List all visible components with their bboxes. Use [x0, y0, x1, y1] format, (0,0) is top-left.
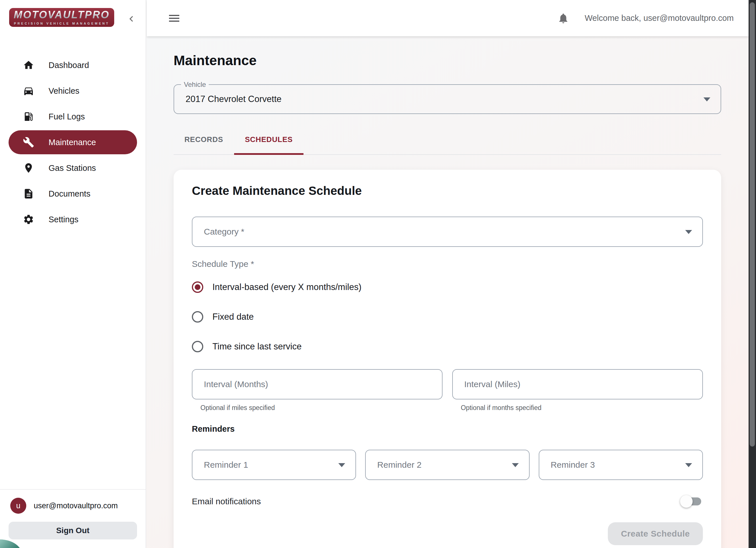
interval-row: Optional if miles specified Optional if …	[192, 369, 703, 412]
interval-miles-input[interactable]	[452, 369, 703, 400]
submit-row: Create Schedule	[192, 522, 703, 545]
home-icon	[23, 59, 34, 71]
sidebar-item-label: Dashboard	[49, 61, 89, 70]
radio-unselected-icon	[192, 341, 203, 352]
email-notifications-toggle[interactable]	[680, 492, 703, 511]
fuel-pump-icon	[23, 111, 34, 122]
sidebar-item-label: Documents	[49, 189, 91, 198]
vehicle-select[interactable]: Vehicle 2017 Chevrolet Corvette	[174, 84, 721, 114]
category-select-label: Category *	[204, 227, 244, 236]
tab-records[interactable]: RECORDS	[174, 125, 234, 155]
radio-interval-based[interactable]: Interval-based (every X months/miles)	[192, 277, 703, 297]
interval-miles-helper: Optional if months specified	[461, 404, 703, 412]
interval-months-helper: Optional if miles specified	[200, 404, 443, 412]
reminder-2-select[interactable]: Reminder 2	[365, 450, 529, 480]
scrollbar-track	[749, 0, 756, 548]
wrench-icon	[23, 136, 34, 148]
toggle-thumb	[680, 495, 693, 508]
document-icon	[23, 188, 34, 199]
email-notifications-row: Email notifications	[192, 491, 703, 511]
sidebar-item-label: Vehicles	[49, 86, 79, 96]
welcome-text: Welcome back, user@motovaultpro.com	[585, 13, 734, 23]
sidebar-collapse-button[interactable]	[126, 13, 137, 25]
chevron-down-icon	[703, 97, 710, 101]
logo-title: MOTOVAULTPRO	[14, 10, 110, 20]
header-right: Welcome back, user@motovaultpro.com	[557, 12, 734, 24]
radio-unselected-icon	[192, 311, 203, 323]
schedule-type-label: Schedule Type *	[192, 259, 703, 269]
logo-row: MOTOVAULTPRO PRECISION VEHICLE MANAGEMEN…	[0, 0, 146, 27]
card-title: Create Maintenance Schedule	[192, 183, 703, 198]
create-schedule-card: Create Maintenance Schedule Category * S…	[174, 170, 721, 548]
main-content: Maintenance Vehicle 2017 Chevrolet Corve…	[146, 36, 749, 548]
reminder-1-label: Reminder 1	[204, 460, 248, 470]
user-row: u user@motovaultpro.com	[9, 498, 137, 514]
reminders-label: Reminders	[192, 424, 703, 434]
page-title: Maintenance	[174, 53, 721, 68]
sidebar-item-maintenance[interactable]: Maintenance	[9, 130, 137, 154]
hamburger-menu-button[interactable]	[167, 11, 181, 25]
sidebar-item-label: Settings	[49, 215, 79, 224]
avatar: u	[10, 498, 26, 514]
category-select[interactable]: Category *	[192, 216, 703, 247]
reminder-3-label: Reminder 3	[551, 460, 595, 470]
sidebar-item-gas-stations[interactable]: Gas Stations	[9, 156, 137, 180]
notifications-button[interactable]	[557, 12, 569, 24]
sidebar-item-label: Maintenance	[49, 138, 96, 147]
radio-label: Fixed date	[212, 312, 254, 322]
radio-selected-icon	[192, 282, 203, 293]
reminder-2-label: Reminder 2	[377, 460, 421, 470]
vehicle-select-value: 2017 Chevrolet Corvette	[186, 94, 282, 104]
reminder-1-select[interactable]: Reminder 1	[192, 450, 356, 480]
radio-label: Time since last service	[212, 342, 301, 352]
schedule-type-radio-group: Interval-based (every X months/miles) Fi…	[192, 277, 703, 357]
sidebar: MOTOVAULTPRO PRECISION VEHICLE MANAGEMEN…	[0, 0, 146, 548]
sidebar-item-settings[interactable]: Settings	[9, 207, 137, 231]
sidebar-item-dashboard[interactable]: Dashboard	[9, 53, 137, 77]
reminders-row: Reminder 1 Reminder 2 Reminder 3	[192, 450, 703, 480]
sidebar-footer: u user@motovaultpro.com Sign Out	[0, 489, 146, 548]
interval-months-input[interactable]	[192, 369, 443, 400]
sign-out-button[interactable]: Sign Out	[9, 522, 137, 539]
radio-fixed-date[interactable]: Fixed date	[192, 307, 703, 327]
logo-subtitle: PRECISION VEHICLE MANAGEMENT	[14, 22, 109, 25]
interval-miles-field: Optional if months specified	[452, 369, 703, 412]
gear-icon	[23, 214, 34, 225]
chevron-down-icon	[685, 230, 692, 234]
radio-time-since-last-service[interactable]: Time since last service	[192, 337, 703, 357]
interval-months-field: Optional if miles specified	[192, 369, 443, 412]
app-logo: MOTOVAULTPRO PRECISION VEHICLE MANAGEMEN…	[9, 8, 114, 27]
sidebar-item-vehicles[interactable]: Vehicles	[9, 79, 137, 103]
user-email: user@motovaultpro.com	[34, 501, 118, 510]
reminder-3-select[interactable]: Reminder 3	[539, 450, 703, 480]
car-icon	[23, 85, 34, 97]
tab-schedules[interactable]: SCHEDULES	[234, 125, 304, 155]
chevron-down-icon	[338, 463, 345, 467]
bell-icon	[557, 12, 569, 24]
radio-label: Interval-based (every X months/miles)	[212, 282, 361, 292]
corner-decoration	[0, 539, 23, 548]
create-schedule-button[interactable]: Create Schedule	[608, 522, 703, 545]
sidebar-item-label: Gas Stations	[49, 163, 96, 173]
hamburger-icon	[167, 11, 181, 25]
chevron-down-icon	[512, 463, 519, 467]
email-notifications-label: Email notifications	[192, 497, 261, 506]
chevron-left-icon	[126, 21, 137, 25]
scrollbar-thumb[interactable]	[750, 2, 755, 447]
sidebar-nav: Dashboard Vehicles Fuel Logs Maintenance…	[0, 51, 146, 233]
tab-bar: RECORDS SCHEDULES	[174, 125, 721, 155]
chevron-down-icon	[685, 463, 692, 467]
sidebar-item-documents[interactable]: Documents	[9, 182, 137, 206]
top-header: Welcome back, user@motovaultpro.com	[147, 0, 749, 36]
sidebar-item-label: Fuel Logs	[49, 112, 85, 121]
vehicle-select-label: Vehicle	[181, 81, 209, 89]
map-pin-icon	[23, 162, 34, 174]
sidebar-item-fuel-logs[interactable]: Fuel Logs	[9, 105, 137, 128]
